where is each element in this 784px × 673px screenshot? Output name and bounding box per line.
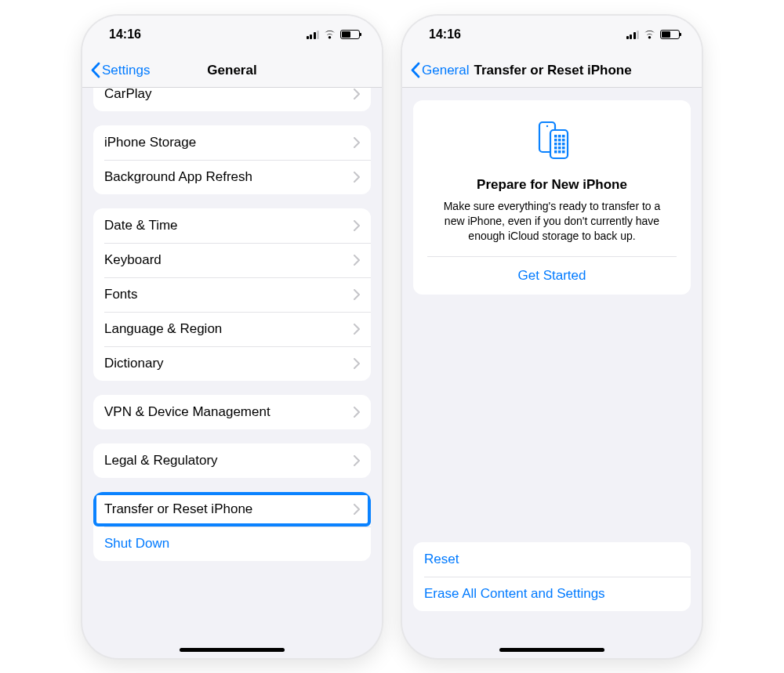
row-vpn-device-management[interactable]: VPN & Device Management: [93, 395, 371, 429]
row-label: CarPlay: [104, 88, 151, 102]
row-shut-down[interactable]: Shut Down: [93, 526, 371, 561]
row-background-app-refresh[interactable]: Background App Refresh: [93, 160, 371, 194]
row-fonts[interactable]: Fonts: [93, 277, 371, 312]
chevron-right-icon: [354, 358, 360, 369]
svg-rect-16: [558, 150, 561, 154]
chevron-right-icon: [354, 220, 360, 231]
battery-icon: [660, 30, 680, 39]
chevron-right-icon: [354, 137, 360, 148]
get-started-button[interactable]: Get Started: [427, 256, 677, 295]
svg-rect-4: [558, 135, 561, 138]
status-indicators: [626, 30, 681, 39]
cellular-icon: [307, 30, 320, 39]
svg-rect-11: [562, 143, 565, 146]
row-label: Date & Time: [104, 218, 178, 233]
svg-rect-6: [554, 139, 557, 142]
svg-rect-13: [558, 147, 561, 150]
nav-bar: Settings General: [82, 53, 382, 88]
status-time: 14:16: [429, 27, 461, 42]
status-indicators: [307, 30, 361, 39]
row-label: Fonts: [104, 287, 138, 302]
row-reset[interactable]: Reset: [413, 542, 691, 577]
chevron-left-icon: [90, 62, 100, 78]
reset-options-group: Reset Erase All Content and Settings: [413, 542, 691, 611]
phone-general: 14:16 Settings General CarPlay iPhone St…: [82, 16, 382, 658]
svg-rect-10: [558, 143, 561, 146]
chevron-right-icon: [354, 172, 360, 183]
row-label: Shut Down: [104, 536, 169, 552]
svg-point-1: [546, 125, 548, 127]
row-label: Erase All Content and Settings: [424, 586, 605, 602]
chevron-right-icon: [354, 89, 360, 100]
svg-rect-5: [562, 135, 565, 138]
chevron-right-icon: [354, 455, 360, 466]
battery-icon: [340, 30, 360, 39]
row-language-region[interactable]: Language & Region: [93, 312, 371, 346]
card-heading: Prepare for New iPhone: [427, 177, 677, 193]
wifi-icon: [643, 30, 656, 39]
transfer-devices-icon: [530, 118, 574, 161]
chevron-right-icon: [354, 407, 360, 418]
svg-rect-8: [562, 139, 565, 142]
wifi-icon: [323, 30, 336, 39]
svg-rect-14: [562, 147, 565, 150]
row-label: Transfer or Reset iPhone: [104, 501, 252, 517]
back-button[interactable]: Settings: [90, 62, 150, 78]
row-label: Legal & Regulatory: [104, 453, 218, 469]
row-date-time[interactable]: Date & Time: [93, 208, 371, 243]
card-body: Make sure everything's ready to transfer…: [427, 199, 677, 244]
phone-transfer-reset: 14:16 General Transfer or Reset iPhone P…: [402, 16, 702, 658]
chevron-right-icon: [354, 324, 360, 335]
row-erase-all[interactable]: Erase All Content and Settings: [413, 577, 691, 611]
back-button[interactable]: General: [410, 62, 469, 78]
row-label: VPN & Device Management: [104, 404, 270, 420]
row-dictionary[interactable]: Dictionary: [93, 346, 371, 381]
row-carplay[interactable]: CarPlay: [93, 88, 371, 111]
svg-rect-12: [554, 147, 557, 150]
row-legal-regulatory[interactable]: Legal & Regulatory: [93, 443, 371, 478]
nav-title: Transfer or Reset iPhone: [474, 63, 631, 78]
status-bar: 14:16: [402, 16, 702, 53]
status-bar: 14:16: [82, 16, 382, 53]
chevron-right-icon: [354, 504, 360, 515]
svg-rect-17: [562, 150, 565, 154]
row-keyboard[interactable]: Keyboard: [93, 243, 371, 277]
svg-rect-15: [554, 150, 557, 154]
transfer-content: Prepare for New iPhone Make sure everyth…: [402, 88, 702, 658]
row-iphone-storage[interactable]: iPhone Storage: [93, 125, 371, 160]
back-label: Settings: [102, 63, 150, 78]
row-label: Reset: [424, 552, 459, 567]
row-label: Dictionary: [104, 356, 164, 371]
back-label: General: [422, 63, 469, 78]
chevron-right-icon: [354, 255, 360, 266]
svg-rect-9: [554, 143, 557, 146]
chevron-left-icon: [410, 62, 420, 78]
row-transfer-reset-iphone[interactable]: Transfer or Reset iPhone: [93, 492, 371, 526]
cellular-icon: [626, 30, 640, 39]
row-label: Keyboard: [104, 252, 162, 268]
home-indicator[interactable]: [499, 648, 604, 652]
row-label: Background App Refresh: [104, 169, 252, 185]
row-label: Language & Region: [104, 321, 222, 337]
nav-bar: General Transfer or Reset iPhone: [402, 53, 702, 88]
svg-rect-7: [558, 139, 561, 142]
row-label: iPhone Storage: [104, 135, 196, 150]
status-time: 14:16: [109, 27, 141, 42]
home-indicator[interactable]: [180, 648, 285, 652]
settings-list[interactable]: CarPlay iPhone Storage Background App Re…: [82, 88, 382, 658]
svg-rect-3: [554, 135, 557, 138]
prepare-card: Prepare for New iPhone Make sure everyth…: [413, 100, 691, 295]
chevron-right-icon: [354, 289, 360, 300]
